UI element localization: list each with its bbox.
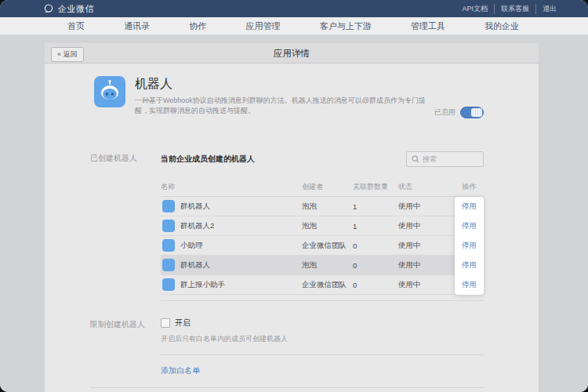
robot-status: 使用中 [398,260,455,270]
disable-link[interactable]: 停用 [462,201,477,210]
robot-name-cell: 群机器人 [161,200,302,212]
logout-link[interactable]: 退出 [535,4,563,14]
add-whitelist-link[interactable]: 添加白名单 [161,365,200,376]
logo-text: 企业微信 [58,3,94,15]
action-cell: 停用 [455,280,484,290]
restrict-section: 限制创建机器人 开启 开启后只有白名单内的成员可创建机器人 添加白名单 [45,318,539,376]
toggle-knob [471,108,482,117]
robot-name-cell: 小助理 [161,239,302,252]
robots-head: 当前企业成员创建的机器人 [161,151,484,167]
footer-row: 保存 新规则将立即生效 [45,388,539,392]
table-row: 群机器人2 泡泡 1 使用中 停用 [161,216,484,236]
action-cell: 停用 [455,260,484,270]
robot-group-count: 0 [353,261,398,270]
robot-creator: 泡泡 [302,260,353,270]
enable-control: 已启用 [434,107,484,118]
robot-status: 使用中 [398,221,455,231]
robot-name: 群机器人 [180,260,210,270]
disable-link[interactable]: 停用 [462,221,477,230]
topbar-links: API文档 联系客服 退出 [456,4,563,14]
robot-row-icon [162,200,175,212]
robot-name: 群机器人2 [180,221,214,231]
created-robots-label: 已创建机器人 [45,151,161,301]
restrict-label: 限制创建机器人 [45,318,161,376]
robot-status: 使用中 [398,201,455,212]
restrict-checkbox-label: 开启 [175,318,191,328]
nav-item-app-management[interactable]: 应用管理 [245,20,280,32]
contact-support-link[interactable]: 联系客服 [494,4,535,14]
robot-group-count: 0 [353,281,398,289]
col-header-status: 状态 [398,182,455,192]
robot-creator: 泡泡 [302,221,353,231]
robot-group-count: 1 [353,222,398,230]
robot-creator: 企业微信团队 [302,241,353,251]
col-header-action: 操作 [455,182,484,192]
panel-header: « 返回 应用详情 [45,43,539,64]
table-row-hovered: 群机器人 泡泡 0 使用中 停用 [161,256,484,275]
nav-item-customers[interactable]: 客户与上下游 [320,20,372,32]
robots-subtitle: 当前企业成员创建的机器人 [161,154,255,165]
robots-table: 名称 创建者 关联群数量 状态 操作 群机器人 泡泡 [161,178,484,301]
app-window: 企业微信 API文档 联系客服 退出 首页 通讯录 协作 应用管理 客户与上下游… [0,0,588,392]
action-cell: 停用 [455,201,484,212]
robot-name: 群机器人 [180,201,210,212]
app-description: 一种基于Webhook协议自动推消息到群聊的方法。机器人推送的消息可以@群成员作… [135,96,434,116]
robot-name: 小助理 [180,241,203,251]
robot-row-icon [162,278,175,291]
app-detail-panel: « 返回 应用详情 机器人 一种基于Webho [45,43,539,392]
back-button[interactable]: « 返回 [51,47,84,62]
search-box[interactable] [406,151,484,167]
restrict-checkbox[interactable] [161,318,170,328]
robot-name: 群上报小助手 [180,280,225,290]
disable-link[interactable]: 停用 [462,241,477,249]
robot-name-cell: 群上报小助手 [161,278,302,291]
robot-group-count: 0 [353,241,398,250]
search-input[interactable] [423,155,477,163]
robot-row-icon [162,239,175,252]
robot-creator: 企业微信团队 [302,280,353,290]
col-header-name: 名称 [161,182,302,192]
restrict-hint: 开启后只有白名单内的成员可创建机器人 [161,334,484,344]
restrict-content: 开启 开启后只有白名单内的成员可创建机器人 添加白名单 [161,318,484,376]
col-header-creator: 创建者 [302,182,353,192]
nav-item-my-enterprise[interactable]: 我的企业 [485,20,519,32]
page-title: 应用详情 [45,43,539,64]
main-nav: 首页 通讯录 协作 应用管理 客户与上下游 管理工具 我的企业 [0,17,588,35]
nav-item-admin-tools[interactable]: 管理工具 [411,20,445,32]
robot-face-icon [94,76,125,107]
table-row: 群机器人 泡泡 1 使用中 停用 [161,197,484,216]
table-row: 小助理 企业微信团队 0 使用中 停用 [161,236,484,256]
topbar: 企业微信 API文档 联系客服 退出 [0,0,588,17]
app-name: 机器人 [135,76,539,93]
nav-item-home[interactable]: 首页 [67,20,85,32]
col-header-groups: 关联群数量 [353,182,398,192]
robot-status: 使用中 [398,241,455,251]
wecom-logo: 企业微信 [43,3,94,15]
disable-link[interactable]: 停用 [462,260,477,269]
robot-status: 使用中 [398,280,455,290]
robot-name-cell: 群机器人 [161,259,302,271]
robot-row-icon [162,220,175,232]
app-info-section: 机器人 一种基于Webhook协议自动推消息到群聊的方法。机器人推送的消息可以@… [45,64,539,132]
search-icon [412,155,419,163]
disable-link[interactable]: 停用 [462,280,477,289]
page-background: « 返回 应用详情 机器人 一种基于Webho [0,35,588,392]
restrict-checkbox-row[interactable]: 开启 [161,318,484,328]
robot-creator: 泡泡 [302,201,353,212]
nav-item-collaboration[interactable]: 协作 [189,20,206,32]
robot-group-count: 1 [353,202,398,211]
table-row: 群上报小助手 企业微信团队 0 使用中 停用 [161,275,484,295]
table-header-row: 名称 创建者 关联群数量 状态 操作 [161,178,484,197]
api-docs-link[interactable]: API文档 [456,4,494,14]
created-robots-section: 已创建机器人 当前企业成员创建的机器人 [45,151,539,301]
enabled-toggle[interactable] [460,107,484,118]
table-bottom-border [161,300,484,301]
robot-app-icon [94,76,125,107]
robot-name-cell: 群机器人2 [161,220,302,232]
created-robots-content: 当前企业成员创建的机器人 名称 创 [161,151,484,301]
action-cell: 停用 [455,221,484,231]
action-cell: 停用 [455,241,484,251]
chat-bubble-icon [43,3,54,14]
robot-row-icon [162,259,175,271]
nav-item-contacts[interactable]: 通讯录 [124,20,150,32]
